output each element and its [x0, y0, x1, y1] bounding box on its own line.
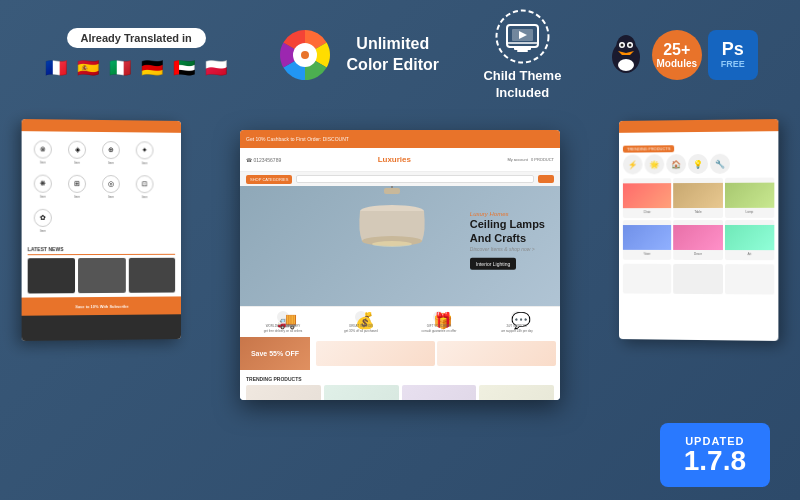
- screenshot-right: TRENDING PRODUCTS ⚡ 🌟 🏠 💡 🔧 Chair: [619, 119, 778, 341]
- feature-modules: 25+ Modules Ps FREE: [606, 30, 758, 80]
- color-editor-text: Unlimited Color Editor: [347, 34, 439, 76]
- sc-promo-section: Save 55% OFF: [240, 337, 560, 372]
- screenshot-left: ⊗Item ◈Item ⊕Item ✦Item ❋Item ⊞Item ◎Ite…: [22, 119, 181, 341]
- flag-de: 🇩🇪: [138, 54, 166, 82]
- flag-pl: 🇵🇱: [202, 54, 230, 82]
- modules-count-badge: 25+ Modules: [652, 30, 702, 80]
- updated-badge: UPDATED 1.7.8: [660, 423, 770, 487]
- sc-products-row: [246, 385, 554, 400]
- sc-hero-title: Ceiling Lamps And Crafts: [470, 217, 545, 246]
- svg-rect-6: [517, 50, 528, 52]
- child-theme-icon: [495, 9, 550, 64]
- svg-point-22: [372, 241, 412, 247]
- feature-color: Unlimited Color Editor: [275, 25, 439, 85]
- bottom-bar: UPDATED 1.7.8: [0, 420, 800, 500]
- sc-left-news-title: LATEST NEWS: [28, 246, 175, 255]
- translated-badge: Already Translated in: [67, 28, 206, 48]
- ps-badge: Ps FREE: [708, 30, 758, 80]
- sc-top-bar: Get 10% Cashback to First Order: DISCOUN…: [240, 130, 560, 148]
- flag-it: 🇮🇹: [106, 54, 134, 82]
- flag-ae: 🇦🇪: [170, 54, 198, 82]
- sc-logo: Luxuries: [378, 155, 411, 164]
- color-wheel-icon: [275, 25, 335, 85]
- feature-translated: Already Translated in 🇫🇷 🇪🇸 🇮🇹 🇩🇪 🇦🇪 🇵🇱: [42, 28, 230, 82]
- sc-promo-left: Save 55% OFF: [240, 337, 310, 370]
- svg-point-2: [301, 51, 309, 59]
- sc-hero: Luxury Homes Ceiling Lamps And Crafts Di…: [240, 186, 560, 306]
- flags-row: 🇫🇷 🇪🇸 🇮🇹 🇩🇪 🇦🇪 🇵🇱: [42, 54, 230, 82]
- sc-nav: ☎ 0123456789 Luxuries My account 0 PRODU…: [240, 148, 560, 172]
- svg-point-15: [628, 44, 631, 47]
- sc-left-banner: Save to 10% With Subscribe: [22, 296, 181, 315]
- screenshot-center: Get 10% Cashback to First Order: DISCOUN…: [240, 130, 560, 400]
- main-container: Already Translated in 🇫🇷 🇪🇸 🇮🇹 🇩🇪 🇦🇪 🇵🇱: [0, 0, 800, 500]
- sc-products-section: TRENDING PRODUCTS: [240, 372, 560, 400]
- sc-lamp: [352, 186, 432, 270]
- child-theme-text: Child Theme Included: [483, 68, 561, 102]
- sc-search: SHOP CATEGORIES: [240, 172, 560, 186]
- modules-badges: 25+ Modules Ps FREE: [606, 30, 758, 80]
- sc-left-news: LATEST NEWS: [22, 242, 181, 298]
- svg-rect-19: [384, 188, 400, 194]
- sc-promo-right: [312, 337, 560, 370]
- feature-child: Child Theme Included: [483, 9, 561, 102]
- puffin-icon: [606, 35, 646, 75]
- sc-left-icons: ⊗Item ◈Item ⊕Item ✦Item ❋Item ⊞Item ◎Ite…: [22, 131, 181, 242]
- svg-rect-5: [514, 47, 531, 50]
- sc-hero-text: Luxury Homes Ceiling Lamps And Crafts Di…: [470, 211, 545, 270]
- sc-left-news-items: [28, 258, 175, 294]
- flag-fr: 🇫🇷: [42, 54, 70, 82]
- updated-version: 1.7.8: [684, 447, 746, 475]
- sc-left-footer: [22, 314, 181, 341]
- sc-right-products-grid: Chair Table Lamp Vase: [623, 178, 774, 261]
- sc-features-row: 🚚WORLDWIDE DELIVERYget free delivery on …: [240, 306, 560, 337]
- svg-point-11: [616, 35, 636, 59]
- features-bar: Already Translated in 🇫🇷 🇪🇸 🇮🇹 🇩🇪 🇦🇪 🇵🇱: [0, 0, 800, 110]
- svg-point-14: [620, 44, 623, 47]
- sc-right-products: TRENDING PRODUCTS ⚡ 🌟 🏠 💡 🔧 Chair: [619, 131, 778, 298]
- screenshots-section: ⊗Item ◈Item ⊕Item ✦Item ❋Item ⊞Item ◎Ite…: [0, 110, 800, 420]
- flag-es: 🇪🇸: [74, 54, 102, 82]
- svg-point-17: [618, 59, 634, 71]
